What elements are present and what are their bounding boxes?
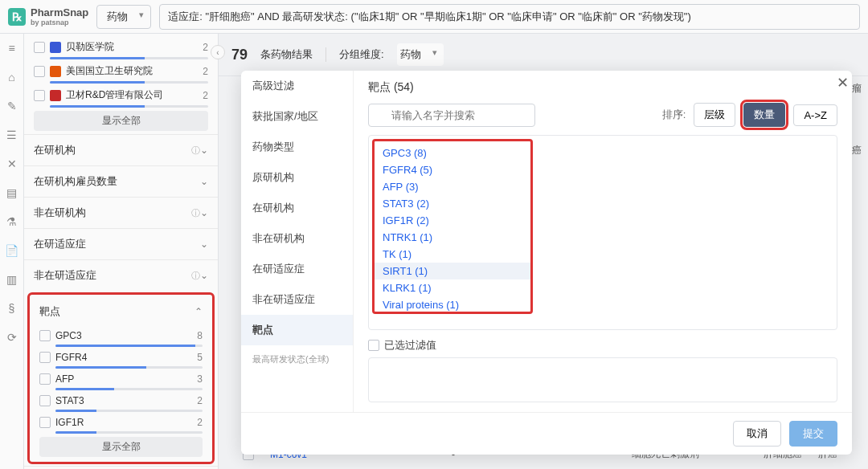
sort-count-button[interactable]: 数量 bbox=[743, 103, 785, 127]
target-option[interactable]: STAT3 (2) bbox=[375, 195, 530, 212]
modal-cat-item[interactable]: 在研适应症 bbox=[241, 254, 353, 284]
target-option[interactable]: Viral proteins (1) bbox=[375, 296, 530, 313]
sort-level-button[interactable]: 层级 bbox=[694, 103, 735, 127]
target-list: GPC3 (8) FGFR4 (5) AFP (3) STAT3 (2) IGF… bbox=[372, 139, 533, 314]
target-option-selected[interactable]: SIRT1 (1) bbox=[375, 263, 530, 279]
search-wrap bbox=[368, 104, 535, 127]
modal-cat-item[interactable]: 最高研发状态(全球) bbox=[241, 345, 353, 373]
modal-right-pane: ✕ 靶点 (54) 排序: 层级 数量 A->Z GPC3 (8) FGFR4 … bbox=[354, 71, 852, 412]
modal-cat-item[interactable]: 在研机构 bbox=[241, 193, 353, 223]
modal-cat-item[interactable]: 药物类型 bbox=[241, 132, 353, 162]
target-option[interactable]: AFP (3) bbox=[375, 178, 530, 195]
target-list-container: GPC3 (8) FGFR4 (5) AFP (3) STAT3 (2) IGF… bbox=[368, 135, 837, 330]
modal-cat-item[interactable]: 高级过滤 bbox=[241, 71, 353, 101]
submit-button[interactable]: 提交 bbox=[789, 421, 837, 447]
target-option[interactable]: SMO (1) bbox=[375, 313, 530, 314]
cancel-button[interactable]: 取消 bbox=[733, 421, 781, 447]
modal-cat-item[interactable]: 非在研适应症 bbox=[241, 284, 353, 315]
modal-cat-item-active[interactable]: 靶点 bbox=[241, 315, 353, 345]
target-search-input[interactable] bbox=[368, 104, 535, 127]
sort-label: 排序: bbox=[662, 108, 686, 122]
target-option[interactable]: KLRK1 (1) bbox=[375, 279, 530, 296]
target-option[interactable]: GPC3 (8) bbox=[375, 145, 530, 161]
modal-title: 靶点 (54) bbox=[368, 80, 414, 95]
checkbox[interactable] bbox=[368, 340, 379, 351]
advanced-filter-modal: 高级过滤 获批国家/地区 药物类型 原研机构 在研机构 非在研机构 在研适应症 … bbox=[241, 71, 852, 455]
target-option[interactable]: NTRK1 (1) bbox=[375, 229, 530, 246]
close-icon[interactable]: ✕ bbox=[832, 71, 852, 96]
target-option[interactable]: TK (1) bbox=[375, 246, 530, 263]
selected-filters-box bbox=[368, 357, 837, 402]
sort-alpha-button[interactable]: A->Z bbox=[793, 104, 837, 126]
modal-category-list: 高级过滤 获批国家/地区 药物类型 原研机构 在研机构 非在研机构 在研适应症 … bbox=[241, 71, 354, 412]
modal-cat-item[interactable]: 获批国家/地区 bbox=[241, 101, 353, 132]
modal-footer: 取消 提交 bbox=[241, 412, 852, 455]
selected-filters-label: 已选过滤值 bbox=[368, 338, 837, 353]
target-option[interactable]: FGFR4 (5) bbox=[375, 161, 530, 178]
modal-cat-item[interactable]: 原研机构 bbox=[241, 162, 353, 193]
modal-cat-item[interactable]: 非在研机构 bbox=[241, 223, 353, 254]
target-option[interactable]: IGF1R (2) bbox=[375, 212, 530, 229]
